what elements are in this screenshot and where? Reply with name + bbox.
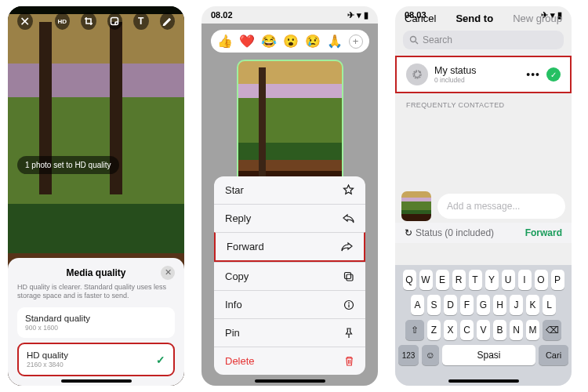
search-icon — [409, 35, 419, 45]
key-c[interactable]: C — [460, 320, 474, 340]
phone-chat-context-menu: 08.02 ✈︎ ▾ ▮ 👍 ❤️ 😂 😮 😢 🙏 + 08.02✓✓ Star… — [201, 6, 378, 386]
key-v[interactable]: V — [477, 320, 490, 340]
selected-recipients-label: Status (0 included) — [416, 227, 525, 238]
search-input[interactable]: Search — [403, 31, 564, 49]
menu-label: Pin — [225, 327, 240, 339]
svg-rect-2 — [345, 272, 351, 278]
key-f[interactable]: F — [460, 295, 474, 315]
key-q[interactable]: Q — [403, 270, 416, 290]
key-o[interactable]: O — [535, 270, 548, 290]
forward-bar: ↻ Status (0 included) Forward — [395, 223, 572, 243]
search-key[interactable]: Cari — [539, 345, 568, 365]
numeric-key[interactable]: 123 — [398, 345, 419, 365]
key-z[interactable]: Z — [427, 320, 441, 340]
crop-button[interactable] — [81, 13, 96, 30]
crop-icon — [84, 16, 93, 26]
battery-icon: ▮ — [364, 10, 368, 20]
attached-photo-thumbnail[interactable] — [401, 191, 431, 221]
key-d[interactable]: D — [444, 295, 457, 315]
editor-toolbar: ✕ HD T — [8, 6, 184, 36]
selected-check-icon: ✓ — [546, 67, 561, 82]
key-b[interactable]: B — [493, 320, 506, 340]
reaction-bar[interactable]: 👍 ❤️ 😂 😮 😢 🙏 + — [211, 30, 369, 53]
copy-icon — [343, 271, 354, 282]
key-g[interactable]: G — [477, 295, 490, 315]
menu-label: Star — [225, 184, 244, 196]
key-k[interactable]: K — [526, 295, 539, 315]
message-input[interactable]: Add a message... — [437, 194, 565, 219]
key-p[interactable]: P — [551, 270, 564, 290]
status-avatar-icon — [406, 64, 428, 85]
sticker-icon — [110, 16, 119, 26]
pin-icon — [343, 328, 354, 339]
option-label: Standard quality — [25, 314, 167, 323]
key-m[interactable]: M — [526, 320, 539, 340]
key-u[interactable]: U — [502, 270, 515, 290]
menu-pin[interactable]: Pin — [214, 318, 365, 347]
key-x[interactable]: X — [444, 320, 457, 340]
key-t[interactable]: T — [469, 270, 482, 290]
draw-button[interactable] — [160, 13, 176, 30]
menu-delete[interactable]: Delete — [214, 347, 365, 375]
key-w[interactable]: W — [419, 270, 433, 290]
emoji-key[interactable]: ☺ — [422, 345, 439, 365]
menu-reply[interactable]: Reply — [214, 204, 365, 232]
reaction-wow[interactable]: 😮 — [283, 34, 299, 49]
menu-star[interactable]: Star — [214, 176, 365, 204]
page-title: Send to — [436, 13, 513, 24]
info-icon — [343, 299, 354, 310]
key-i[interactable]: I — [518, 270, 532, 290]
space-key[interactable]: Spasi — [442, 345, 535, 365]
key-n[interactable]: N — [510, 320, 523, 340]
phone-send-to: 08.03 ✈︎ ▾ ▮ Cancel Send to New group Se… — [395, 6, 572, 386]
reaction-laugh[interactable]: 😂 — [261, 34, 277, 49]
key-h[interactable]: H — [493, 295, 506, 315]
key-r[interactable]: R — [452, 270, 466, 290]
hd-button[interactable]: HD — [55, 13, 71, 30]
compose-bar: Add a message... — [401, 191, 565, 221]
row-title: My status — [434, 65, 526, 76]
reaction-heart[interactable]: ❤️ — [239, 34, 255, 49]
check-icon: ✓ — [156, 354, 165, 366]
my-status-row[interactable]: My status 0 included ••• ✓ — [395, 56, 572, 93]
text-button[interactable]: T — [133, 13, 149, 30]
reaction-add-button[interactable]: + — [349, 34, 363, 49]
new-group-button[interactable]: New group — [513, 13, 562, 24]
media-quality-sheet: Media quality ✕ HD quality is clearer. S… — [8, 258, 184, 386]
shift-key[interactable]: ⇧ — [405, 320, 424, 340]
cancel-button[interactable]: Cancel — [405, 13, 436, 24]
option-hd-quality[interactable]: HD quality2160 x 3840 ✓ — [17, 343, 175, 376]
sheet-title: Media quality — [31, 267, 161, 278]
row-subtitle: 0 included — [434, 76, 526, 84]
svg-rect-1 — [347, 274, 353, 281]
menu-forward[interactable]: Forward — [214, 232, 365, 262]
key-j[interactable]: J — [510, 295, 523, 315]
option-resolution: 900 x 1600 — [25, 324, 167, 332]
menu-label: Info — [225, 299, 242, 310]
key-l[interactable]: L — [543, 295, 556, 315]
keyboard-row-4: 123 ☺ Spasi Cari — [398, 345, 568, 365]
sheet-close-button[interactable]: ✕ — [161, 266, 175, 280]
nav-bar: Cancel Send to New group — [395, 6, 572, 31]
status-time: 08.02 — [211, 10, 233, 20]
key-y[interactable]: Y — [485, 270, 499, 290]
reaction-sad[interactable]: 😢 — [305, 34, 321, 49]
option-standard-quality[interactable]: Standard quality900 x 1600 — [17, 307, 175, 338]
menu-info[interactable]: Info — [214, 290, 365, 318]
close-button[interactable]: ✕ — [17, 13, 33, 30]
reaction-pray[interactable]: 🙏 — [327, 34, 343, 49]
backspace-key[interactable]: ⌫ — [543, 320, 561, 340]
sticker-button[interactable] — [107, 13, 123, 30]
svg-point-5 — [411, 37, 416, 42]
menu-label: Copy — [225, 270, 249, 282]
section-frequently-contacted: FREQUENTLY CONTACTED — [395, 93, 572, 112]
key-e[interactable]: E — [436, 270, 449, 290]
privacy-button[interactable]: ••• — [526, 68, 540, 81]
key-s[interactable]: S — [427, 295, 441, 315]
forward-button[interactable]: Forward — [525, 227, 562, 238]
reaction-thumbsup[interactable]: 👍 — [217, 34, 233, 49]
phone-media-editor: ✕ HD T 1 photo set to HD quality Media q… — [8, 6, 184, 386]
menu-copy[interactable]: Copy — [214, 262, 365, 290]
search-placeholder: Search — [423, 34, 452, 45]
key-a[interactable]: A — [411, 295, 424, 315]
